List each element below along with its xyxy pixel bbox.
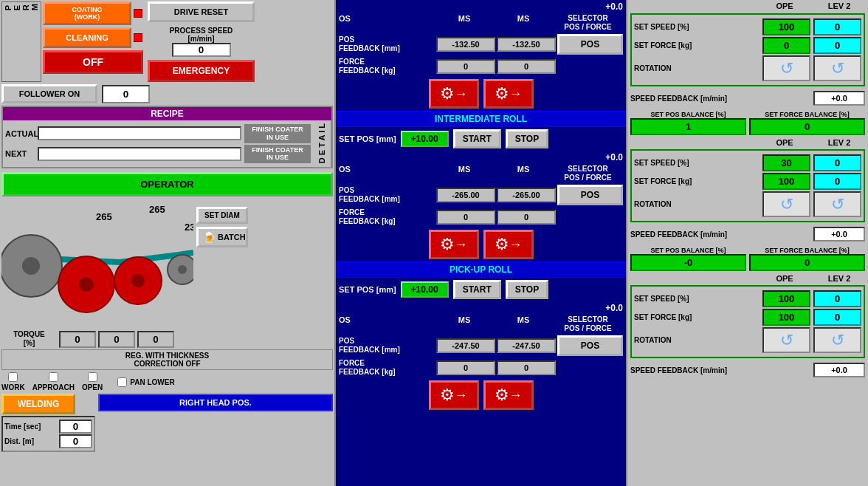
top-set-force-lev: 0 xyxy=(813,37,861,54)
reg-label: REG. WITH THICKNESSCORRECTION OFF xyxy=(1,349,333,370)
inter-set-force-ope: 100 xyxy=(762,173,810,190)
top-set-force-ope: 0 xyxy=(762,37,810,54)
pickup-pos-button[interactable]: POS xyxy=(557,335,623,356)
inter-set-speed-lev: 0 xyxy=(813,154,861,171)
dist-input[interactable] xyxy=(59,434,92,448)
pos-feedback-label: POSFEEDBACK [mm] xyxy=(339,35,435,53)
inter-force-os-val: 0 xyxy=(436,210,495,225)
inter-motor-btn-left[interactable]: ⚙→ xyxy=(429,230,479,259)
svg-point-6 xyxy=(131,274,145,287)
drive-reset-button[interactable]: DRIVE RESET xyxy=(148,1,255,22)
perm-label: PERM xyxy=(4,4,39,10)
inter-os-col: MS xyxy=(435,165,494,182)
inter-force-bal-label: SET FORCE BALANCE [%] xyxy=(749,111,865,118)
inter-speed-fb-val: +0.0 xyxy=(813,227,865,242)
top-ope-label: OPE xyxy=(759,1,810,10)
pickup-os-col: MS xyxy=(435,315,494,333)
torque-val2[interactable] xyxy=(98,331,135,348)
pan-lower-label: PAN LOWER xyxy=(130,378,174,386)
off-button[interactable]: OFF xyxy=(43,50,143,74)
torque-val1[interactable] xyxy=(59,331,96,348)
left-panel: PERM COATING(WORK) CLEANING OFF DRIVE RE… xyxy=(0,0,336,486)
pickup-pos-ms-val: -247.50 xyxy=(497,338,556,353)
pickup-set-force-label: SET FORCE [kg] xyxy=(634,313,760,321)
right-head-pos-button[interactable]: RIGHT HEAD POS. xyxy=(98,394,333,411)
torque-val3[interactable] xyxy=(137,331,174,348)
pickup-lev2-label: LEV 2 xyxy=(813,274,865,283)
pickup-motor-btn-left[interactable]: ⚙→ xyxy=(429,380,479,410)
pickup-speed-fb-val: +0.0 xyxy=(813,363,865,377)
pickup-set-force-ope: 100 xyxy=(762,309,810,326)
pickup-set-force-lev: 0 xyxy=(813,309,861,326)
pickup-motor-btn-right[interactable]: ⚙→ xyxy=(483,380,534,410)
pickup-rotation-lev[interactable]: ↺ xyxy=(813,327,861,353)
finish-coater-next-label: FINISH COATERIN USE xyxy=(244,145,311,164)
approach-checkbox[interactable] xyxy=(49,372,58,382)
top-rotation-label: ROTATION xyxy=(634,64,760,72)
inter-force-feedback-label: FORCEFEEDBACK [kg] xyxy=(339,208,435,226)
motor-btn-right[interactable]: ⚙→ xyxy=(483,79,534,109)
top-set-speed-label: SET SPEED [%] xyxy=(634,23,760,31)
pickup-plus-val: +0.0 xyxy=(605,303,623,313)
pickup-ope-label: OPE xyxy=(759,274,810,283)
open-checkbox[interactable] xyxy=(88,372,97,382)
batch-button[interactable]: 🍺BATCH xyxy=(196,227,248,247)
inter-set-speed-label: SET SPEED [%] xyxy=(634,159,760,167)
emergency-button[interactable]: EMERGENCY xyxy=(148,60,255,82)
inter-pos-bal-val: 1 xyxy=(630,118,746,135)
svg-text:265: 265 xyxy=(149,204,165,215)
inter-start-btn[interactable]: START xyxy=(453,129,501,148)
work-checkbox[interactable] xyxy=(8,372,18,382)
pickup-force-os-val: 0 xyxy=(436,360,495,375)
next-input[interactable] xyxy=(38,147,241,161)
pickup-rotation-ope[interactable]: ↺ xyxy=(762,327,810,353)
finish-coater-label: FINISH COATERIN USE xyxy=(244,124,311,143)
inter-stop-btn[interactable]: STOP xyxy=(506,129,548,148)
top-set-speed-lev: 0 xyxy=(813,18,861,35)
force-feedback-label: FORCEFEEDBACK [kg] xyxy=(339,58,435,75)
pickup-start-btn[interactable]: START xyxy=(453,280,501,299)
pos-ms-val: -132.50 xyxy=(497,37,556,52)
cleaning-button[interactable]: CLEANING xyxy=(43,27,131,48)
svg-text:230: 230 xyxy=(185,222,193,233)
top-set-speed-ope: 100 xyxy=(762,18,810,35)
pickup-title: PICK-UP ROLL xyxy=(336,261,626,278)
inter-pos-ms-val: -265.00 xyxy=(497,188,556,202)
actual-input[interactable] xyxy=(38,126,241,140)
inter-motor-btn-right[interactable]: ⚙→ xyxy=(483,230,534,259)
time-input[interactable] xyxy=(59,420,92,434)
top-lev2-label: LEV 2 xyxy=(813,1,865,10)
motor-btn-left[interactable]: ⚙→ xyxy=(429,79,479,109)
top-rotation-lev[interactable]: ↺ xyxy=(813,55,861,81)
pan-lower-checkbox[interactable] xyxy=(117,377,127,387)
inter-rotation-ope[interactable]: ↺ xyxy=(762,191,810,217)
operator-button[interactable]: OPERATOR xyxy=(1,172,333,196)
force-ms-val: 0 xyxy=(497,59,556,74)
inter-rotation-lev[interactable]: ↺ xyxy=(813,191,861,217)
pickup-speed-fb-label: SPEED FEEDBACK [m/min] xyxy=(630,366,810,374)
pos-button-top[interactable]: POS xyxy=(557,34,623,55)
process-speed-label: PROCESS SPEED[m/min] xyxy=(170,27,233,43)
inter-os-label: OS xyxy=(339,165,435,182)
process-speed-input[interactable] xyxy=(172,43,231,57)
top-rotation-ope[interactable]: ↺ xyxy=(762,55,810,81)
time-label: Time [sec] xyxy=(4,422,56,431)
inter-set-force-lev: 0 xyxy=(813,173,861,190)
inter-lev2-label: LEV 2 xyxy=(813,138,865,147)
inter-rotation-label: ROTATION xyxy=(634,200,760,208)
pickup-stop-btn[interactable]: STOP xyxy=(506,280,548,299)
pickup-rotation-label: ROTATION xyxy=(634,336,760,344)
pickup-set-speed-lev: 0 xyxy=(813,290,861,307)
open-label: OPEN xyxy=(82,383,103,391)
inter-selector-label: SELECTORPOS / FORCE xyxy=(553,165,623,182)
follower-on-button[interactable]: FOLLOWER ON xyxy=(1,84,97,103)
inter-ope-label: OPE xyxy=(759,138,810,147)
welding-button[interactable]: WELDING xyxy=(1,394,75,414)
follower-input[interactable] xyxy=(102,85,150,103)
inter-set-pos-label: SET POS [mm] xyxy=(339,134,396,143)
svg-text:265: 265 xyxy=(96,211,112,222)
coating-button[interactable]: COATING(WORK) xyxy=(43,1,131,25)
inter-pos-button[interactable]: POS xyxy=(557,185,623,205)
os-label: OS xyxy=(339,14,435,32)
set-diam-button[interactable]: SET DIAM xyxy=(196,207,248,224)
